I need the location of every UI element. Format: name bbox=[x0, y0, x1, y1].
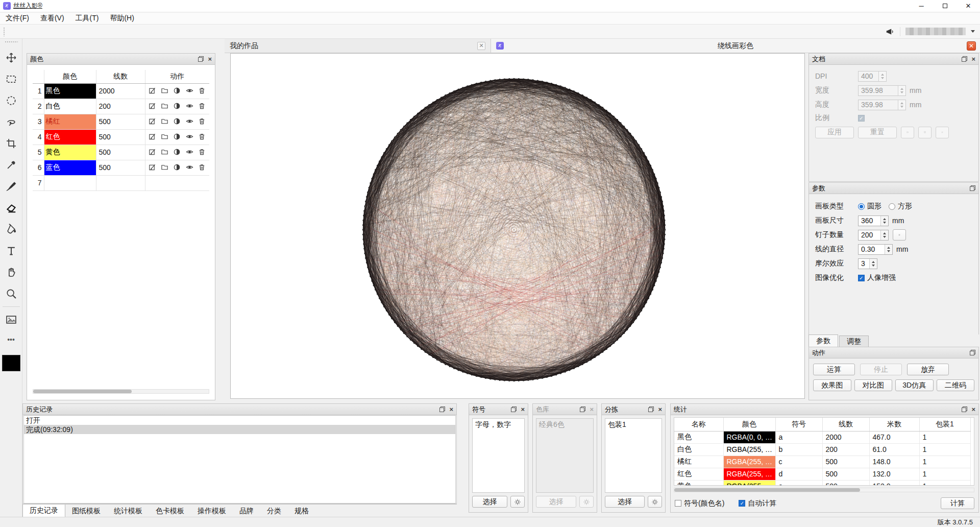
color-row[interactable]: 2白色200 bbox=[33, 99, 209, 114]
float-panel-icon[interactable] bbox=[198, 56, 204, 62]
folder-icon[interactable] bbox=[161, 87, 169, 95]
square-radio[interactable] bbox=[889, 203, 895, 210]
calculate-button[interactable]: 计算 bbox=[941, 497, 974, 509]
menu-item-2[interactable]: 工具(T) bbox=[70, 13, 105, 24]
color-row[interactable]: 7 bbox=[33, 175, 209, 190]
tab-parameters[interactable]: 参数 bbox=[808, 334, 838, 347]
height-spinner[interactable]: 359.98 bbox=[858, 100, 906, 110]
dpi-spinner[interactable]: 400 bbox=[858, 71, 887, 82]
report-button[interactable] bbox=[918, 127, 932, 138]
close-panel-icon[interactable]: × bbox=[521, 406, 525, 412]
float-panel-icon[interactable] bbox=[970, 350, 975, 355]
string-art-canvas[interactable] bbox=[231, 54, 804, 398]
auto-calc-checkbox[interactable]: ✓ bbox=[739, 500, 745, 507]
tab-adjust[interactable]: 调整 bbox=[839, 336, 869, 347]
eye-icon[interactable] bbox=[186, 102, 194, 110]
tab-current-document[interactable]: 绕线画彩色 ✕ bbox=[491, 39, 980, 53]
crop-tool-icon[interactable] bbox=[3, 135, 19, 152]
move-tool-icon[interactable] bbox=[3, 50, 19, 66]
float-panel-icon[interactable] bbox=[962, 406, 967, 412]
trash-icon[interactable] bbox=[198, 133, 206, 141]
folder-icon[interactable] bbox=[161, 148, 169, 156]
fill-tool-icon[interactable] bbox=[3, 221, 19, 237]
close-button[interactable]: ✕ bbox=[957, 0, 980, 12]
sim3d-button[interactable]: 3D仿真 bbox=[895, 379, 934, 391]
float-panel-icon[interactable] bbox=[580, 406, 585, 412]
float-panel-icon[interactable] bbox=[511, 406, 517, 412]
edit-icon[interactable] bbox=[149, 148, 157, 156]
lasso-tool-icon[interactable] bbox=[3, 114, 19, 130]
color-row[interactable]: 1黑色2000 bbox=[33, 83, 209, 99]
moire-spinner[interactable]: 3 bbox=[858, 258, 877, 269]
bottom-tab-0[interactable]: 历史记录 bbox=[22, 505, 65, 517]
bottom-tab-4[interactable]: 操作模板 bbox=[191, 505, 233, 517]
symbol-selection[interactable]: 字母，数字 bbox=[472, 418, 525, 493]
contrast-icon[interactable] bbox=[173, 117, 181, 126]
library-select-button[interactable]: 选择 bbox=[536, 496, 576, 508]
abandon-button[interactable]: 放弃 bbox=[907, 364, 949, 375]
color-row[interactable]: 6蓝色500 bbox=[33, 160, 209, 175]
bottom-tab-6[interactable]: 分类 bbox=[260, 505, 288, 517]
color-row[interactable]: 4红色500 bbox=[33, 129, 209, 145]
folder-icon[interactable] bbox=[161, 117, 169, 126]
text-tool-icon[interactable] bbox=[3, 243, 19, 259]
eye-icon[interactable] bbox=[186, 87, 194, 95]
reset-button[interactable]: 重置 bbox=[858, 127, 897, 138]
more-tool-icon[interactable]: ••• bbox=[3, 333, 19, 349]
nail-count-spinner[interactable]: 200 bbox=[858, 230, 889, 241]
color-row[interactable]: 3橘红500 bbox=[33, 114, 209, 129]
brush-tool-icon[interactable] bbox=[3, 178, 19, 195]
contrast-icon[interactable] bbox=[173, 87, 181, 95]
menu-item-3[interactable]: 帮助(H) bbox=[104, 13, 139, 24]
eye-icon[interactable] bbox=[186, 133, 194, 141]
folder-icon[interactable] bbox=[161, 133, 169, 141]
color-row[interactable]: 5黄色500 bbox=[33, 145, 209, 160]
history-entry[interactable]: 打开 bbox=[24, 416, 455, 425]
run-button[interactable]: 运算 bbox=[813, 364, 855, 375]
trash-icon[interactable] bbox=[198, 148, 206, 156]
bottom-tab-5[interactable]: 品牌 bbox=[233, 505, 260, 517]
compare-image-button[interactable]: 对比图 bbox=[854, 379, 893, 391]
export-image-button[interactable] bbox=[901, 127, 914, 138]
ellipse-select-tool-icon[interactable] bbox=[3, 92, 19, 109]
stats-row[interactable]: 红色RGBA(255, …d500132.01 bbox=[674, 468, 970, 480]
sorting-gear-icon[interactable] bbox=[648, 496, 662, 508]
colors-hscrollbar[interactable] bbox=[33, 389, 209, 394]
statistics-hscrollbar[interactable] bbox=[674, 488, 974, 492]
image-tool-icon[interactable] bbox=[3, 312, 19, 328]
trash-icon[interactable] bbox=[198, 117, 206, 126]
board-size-spinner[interactable]: 360 bbox=[858, 215, 889, 226]
edit-icon[interactable] bbox=[149, 87, 157, 95]
user-dropdown-caret[interactable] bbox=[971, 30, 975, 33]
close-panel-icon[interactable]: × bbox=[658, 406, 662, 412]
thread-diameter-spinner[interactable]: 0.30 bbox=[858, 244, 893, 255]
stats-row[interactable]: 黄色RGBA(255, …e500152.01 bbox=[674, 480, 970, 486]
symbol-colorname-checkbox[interactable] bbox=[675, 500, 681, 507]
effect-image-button[interactable]: 效果图 bbox=[813, 379, 851, 391]
contrast-icon[interactable] bbox=[173, 102, 181, 110]
menu-item-0[interactable]: 文件(F) bbox=[0, 13, 35, 24]
qrcode-button[interactable]: 二维码 bbox=[937, 379, 975, 391]
stats-row[interactable]: 黑色RGBA(0, 0, …a2000467.01 bbox=[674, 431, 970, 443]
sorting-select-button[interactable]: 选择 bbox=[605, 496, 645, 508]
eye-icon[interactable] bbox=[186, 163, 194, 172]
history-entry[interactable]: 完成(09:32:09) bbox=[24, 425, 455, 434]
foreground-color-swatch[interactable] bbox=[2, 355, 20, 371]
edit-icon[interactable] bbox=[149, 117, 157, 126]
close-panel-icon[interactable]: × bbox=[590, 406, 594, 412]
apply-button[interactable]: 应用 bbox=[815, 127, 854, 138]
bottom-tab-2[interactable]: 统计模板 bbox=[107, 505, 149, 517]
contrast-icon[interactable] bbox=[173, 133, 181, 141]
close-panel-icon[interactable]: × bbox=[971, 56, 975, 62]
symbol-gear-icon[interactable] bbox=[510, 496, 525, 508]
contrast-icon[interactable] bbox=[173, 148, 181, 156]
tab-close-icon[interactable]: ✕ bbox=[477, 42, 485, 50]
user-account-redacted[interactable] bbox=[905, 28, 966, 35]
maximize-button[interactable] bbox=[933, 0, 957, 12]
edit-icon[interactable] bbox=[149, 102, 157, 110]
eye-icon[interactable] bbox=[186, 117, 194, 126]
doc-settings-gear-icon[interactable] bbox=[936, 127, 949, 138]
trash-icon[interactable] bbox=[198, 102, 206, 110]
circle-radio[interactable] bbox=[858, 203, 865, 210]
tab-my-works[interactable]: 我的作品 ✕ bbox=[225, 39, 491, 53]
